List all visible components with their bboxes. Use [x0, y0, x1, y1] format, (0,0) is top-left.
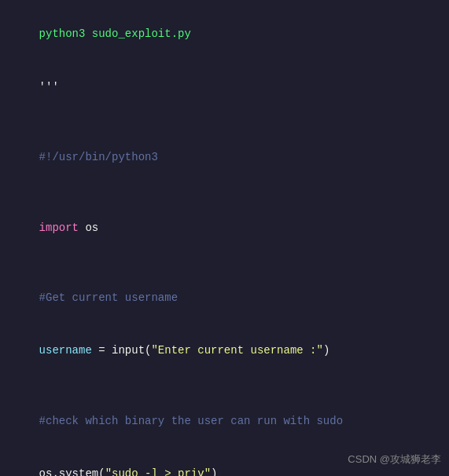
code-line-8: #Get current username — [13, 272, 436, 324]
code-text: #!/usr/bin/python3 — [39, 151, 158, 163]
code-string: > priv" — [164, 467, 211, 476]
code-text — [158, 467, 164, 476]
code-line-7 — [13, 254, 436, 271]
code-text: ''' — [39, 81, 59, 93]
code-text: python3 sudo_exploit.py — [39, 27, 191, 40]
code-variable: username — [39, 344, 92, 357]
code-text: os.system( — [39, 467, 105, 476]
code-string: "sudo -l — [105, 467, 158, 476]
code-line-2: ''' — [13, 60, 436, 113]
code-comment: #Get current username — [39, 291, 178, 304]
code-line-4: #!/usr/bin/python3 — [13, 131, 436, 184]
code-string: "Enter current username :" — [151, 344, 322, 357]
code-line-11: #check which binary the user can run wit… — [13, 395, 436, 448]
code-line-1: python3 sudo_exploit.py — [13, 8, 436, 60]
code-line-5 — [13, 184, 436, 201]
code-text: = input( — [92, 344, 152, 357]
code-text: os — [79, 222, 98, 234]
watermark: CSDN @攻城狮老李 — [348, 452, 441, 468]
code-comment: #check which binary the user can run wit… — [39, 415, 343, 427]
code-line-6: import os — [13, 201, 436, 254]
code-text: ) — [323, 344, 329, 357]
code-container: python3 sudo_exploit.py ''' #!/usr/bin/p… — [0, 0, 449, 476]
code-line-3 — [13, 113, 436, 130]
code-text: ) — [211, 467, 217, 476]
code-line-10 — [13, 377, 436, 394]
code-keyword: import — [39, 222, 79, 234]
code-line-9: username = input("Enter current username… — [13, 324, 436, 377]
